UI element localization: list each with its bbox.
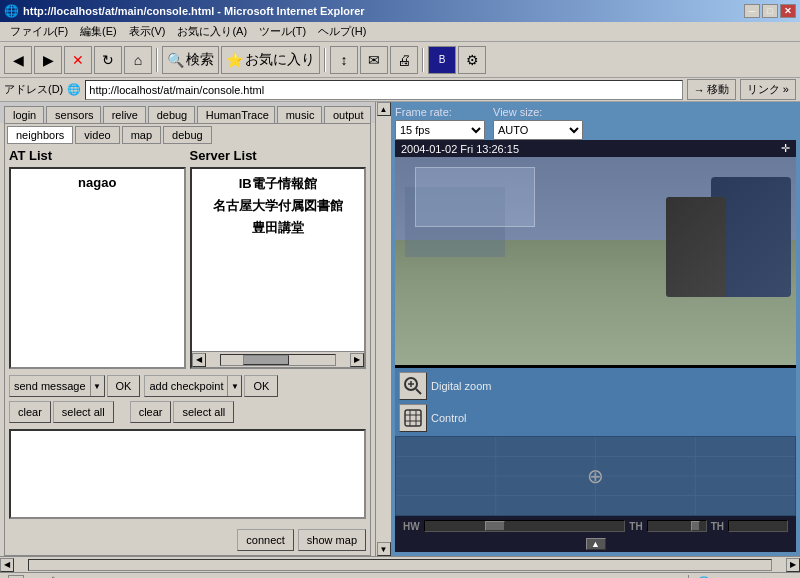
search-button[interactable]: 🔍 検索 <box>162 46 219 74</box>
at-clear-group: clear select all <box>9 401 114 423</box>
pan-up-button[interactable]: ▲ <box>586 538 606 550</box>
scroll-up-arrow[interactable]: ▲ <box>377 102 391 116</box>
hw-slider[interactable] <box>424 520 626 532</box>
status-icon: ✓ <box>8 575 24 579</box>
scroll-thumb[interactable] <box>243 355 289 365</box>
tab-map[interactable]: map <box>122 126 161 144</box>
menu-favorites[interactable]: お気に入り(A) <box>171 22 253 41</box>
vertical-scrollbar[interactable]: ▲ ▼ <box>375 102 391 556</box>
clear2-button[interactable]: clear <box>130 401 172 423</box>
ok2-button[interactable]: OK <box>244 375 278 397</box>
send-message-dropdown[interactable]: send message ▼ <box>9 375 105 397</box>
frame-rate-label: Frame rate: <box>395 106 485 118</box>
scroll-left-main[interactable]: ◀ <box>0 558 14 572</box>
tab-login[interactable]: login <box>4 106 44 123</box>
th-slider-thumb[interactable] <box>691 521 700 531</box>
at-list-box[interactable]: nagao <box>9 167 186 369</box>
menu-file[interactable]: ファイル(F) <box>4 22 74 41</box>
mail-button[interactable]: ✉ <box>360 46 388 74</box>
view-size-select[interactable]: AUTO 320x240 640x480 <box>493 120 583 140</box>
nav-grid[interactable]: ⊕ <box>395 436 796 516</box>
tab-music[interactable]: music <box>277 106 322 123</box>
horizontal-scrollbar-main[interactable]: ◀ ▶ <box>0 556 800 572</box>
menu-view[interactable]: 表示(V) <box>123 22 172 41</box>
tab-relive[interactable]: relive <box>103 106 146 123</box>
scroll-track[interactable] <box>220 354 337 366</box>
select-all1-button[interactable]: select all <box>53 401 114 423</box>
digital-zoom-icon[interactable] <box>399 372 427 400</box>
add-checkpoint-arrow-icon[interactable]: ▼ <box>227 376 241 396</box>
bluetooth-button[interactable]: B <box>428 46 456 74</box>
back-button[interactable]: ◀ <box>4 46 32 74</box>
go-label: 移動 <box>707 82 729 97</box>
control-icon[interactable] <box>399 404 427 432</box>
ok1-button[interactable]: OK <box>107 375 141 397</box>
tab-neighbors[interactable]: neighbors <box>7 126 73 144</box>
go-arrow-icon: → <box>694 84 705 96</box>
server-list-box[interactable]: IB電子情報館 名古屋大学付属図書館 豊田講堂 ◀ ▶ <box>190 167 367 369</box>
tab-debug[interactable]: debug <box>148 106 195 123</box>
clear1-button[interactable]: clear <box>9 401 51 423</box>
tab-sensors[interactable]: sensors <box>46 106 101 123</box>
sep3 <box>422 48 424 72</box>
connect-button[interactable]: connect <box>237 529 294 551</box>
minimize-button[interactable]: ─ <box>744 4 760 18</box>
select-all2-button[interactable]: select all <box>173 401 234 423</box>
extra-button[interactable]: ⚙ <box>458 46 486 74</box>
maximize-button[interactable]: □ <box>762 4 778 18</box>
svg-line-1 <box>416 389 421 394</box>
message-textarea[interactable] <box>9 429 366 519</box>
address-input[interactable] <box>85 80 683 100</box>
favorites-button[interactable]: ⭐ お気に入り <box>221 46 320 74</box>
tab-debug2[interactable]: debug <box>163 126 212 144</box>
frame-rate-select[interactable]: 15 fps 5 fps 1 fps <box>395 120 485 140</box>
h-scroll-track-main[interactable] <box>28 559 772 571</box>
menu-bar: ファイル(F) 編集(E) 表示(V) お気に入り(A) ツール(T) ヘルプ(… <box>0 22 800 42</box>
menu-help[interactable]: ヘルプ(H) <box>312 22 372 41</box>
status-bar: ✓ アプレット viewer started 🌐 イントラネット <box>0 572 800 578</box>
address-bar: アドレス(D) 🌐 → 移動 リンク » <box>0 78 800 102</box>
send-message-arrow-icon[interactable]: ▼ <box>90 376 104 396</box>
control-nav: Control <box>399 404 792 432</box>
scroll-down-arrow[interactable]: ▼ <box>377 542 391 556</box>
links-button[interactable]: リンク » <box>740 79 796 100</box>
menu-edit[interactable]: 編集(E) <box>74 22 123 41</box>
list-item[interactable]: nagao <box>15 173 180 192</box>
scroll-right-arrow[interactable]: ▶ <box>350 353 364 367</box>
scroll-right-main[interactable]: ▶ <box>786 558 800 572</box>
refresh-button[interactable]: ↻ <box>94 46 122 74</box>
camera-timestamp: 2004-01-02 Fri 13:26:15 <box>401 143 519 155</box>
home-button[interactable]: ⌂ <box>124 46 152 74</box>
forward-button[interactable]: ▶ <box>34 46 62 74</box>
menu-tools[interactable]: ツール(T) <box>253 22 312 41</box>
tab-humantrace[interactable]: HumanTrace <box>197 106 275 123</box>
digital-zoom-label[interactable]: Digital zoom <box>431 380 492 392</box>
th2-label: TH <box>711 521 724 532</box>
print-button[interactable]: 🖨 <box>390 46 418 74</box>
history-button[interactable]: ↕ <box>330 46 358 74</box>
scroll-left-arrow[interactable]: ◀ <box>192 353 206 367</box>
control-label[interactable]: Control <box>431 412 466 424</box>
show-map-button[interactable]: show map <box>298 529 366 551</box>
camera-image <box>395 157 796 365</box>
go-button[interactable]: → 移動 <box>687 79 736 100</box>
server-clear-group: clear select all <box>130 401 235 423</box>
list-item[interactable]: 豊田講堂 <box>196 217 361 239</box>
close-button[interactable]: ✕ <box>780 4 796 18</box>
th-slider[interactable] <box>647 520 707 532</box>
title-bar-buttons[interactable]: ─ □ ✕ <box>744 4 796 18</box>
add-checkpoint-dropdown[interactable]: add checkpoint ▼ <box>144 375 242 397</box>
title-bar-left: 🌐 http://localhost/at/main/console.html … <box>4 4 365 18</box>
pan-row: ▲ <box>395 536 796 552</box>
text-area-section <box>5 425 370 525</box>
th2-slider[interactable] <box>728 520 788 532</box>
tab-output[interactable]: output <box>324 106 371 123</box>
hw-label: HW <box>403 521 420 532</box>
list-item[interactable]: 名古屋大学付属図書館 <box>196 195 361 217</box>
stop-button[interactable]: ✕ <box>64 46 92 74</box>
list-item[interactable]: IB電子情報館 <box>196 173 361 195</box>
frame-rate-section: Frame rate: 15 fps 5 fps 1 fps <box>395 106 485 140</box>
horizontal-scrollbar[interactable]: ◀ ▶ <box>192 351 365 367</box>
tab-video[interactable]: video <box>75 126 119 144</box>
hw-slider-thumb[interactable] <box>485 521 505 531</box>
